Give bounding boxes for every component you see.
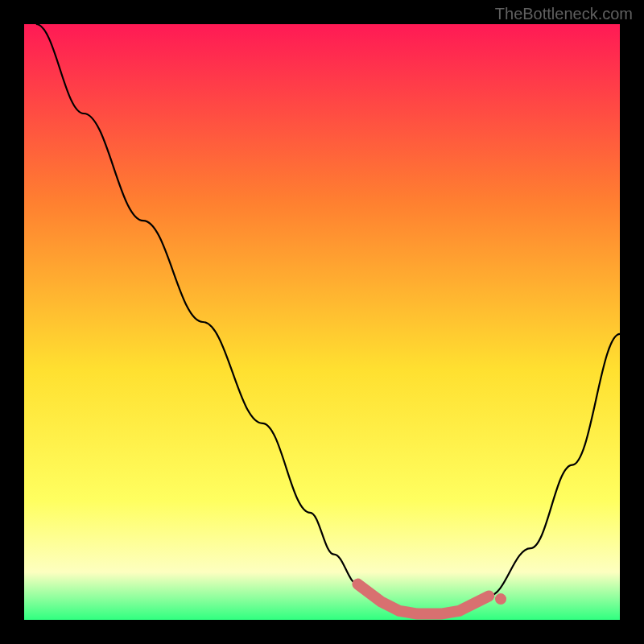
chart-svg [24, 24, 620, 620]
gradient-background [24, 24, 620, 620]
marker-dot [495, 593, 506, 605]
chart-plot-area [24, 24, 620, 620]
watermark-text: TheBottleneck.com [495, 5, 633, 23]
